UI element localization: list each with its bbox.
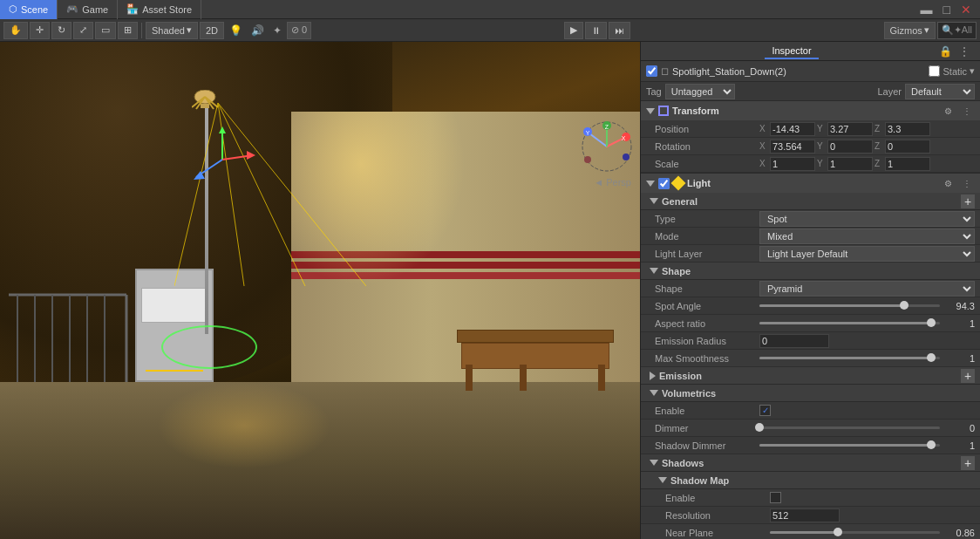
vol-enable-row: Enable [641, 402, 980, 420]
hand-tool[interactable]: ✋ [3, 22, 28, 39]
shape-dropdown[interactable]: Pyramid [759, 281, 975, 297]
light-layer-dropdown[interactable]: Light Layer Default [759, 246, 975, 262]
static-checkbox[interactable] [929, 65, 940, 77]
emission-add-btn[interactable]: + [961, 369, 975, 383]
svg-point-34 [584, 156, 591, 163]
inspector-lock-btn[interactable]: 🔒 [936, 43, 956, 60]
2d-toggle[interactable]: 2D [200, 22, 224, 39]
shadow-dimmer-row: Shadow Dimmer 1 [641, 437, 980, 454]
toolbar: ✋ ✛ ↻ ⤢ ▭ ⊞ Shaded ▾ 2D 💡 🔊 ✦ ⊘ 0 ▶ ⏸ ⏭ … [0, 19, 980, 42]
near-plane-row: Near Plane 0.86 [641, 524, 980, 539]
inspector-menu-btn[interactable]: ⋮ [956, 43, 973, 60]
shadow-map-enable-checkbox[interactable] [770, 492, 781, 503]
search-area: 🔍 ✦All [937, 22, 977, 39]
shadow-map-enable-label: Enable [665, 493, 770, 503]
multi-tool[interactable]: ⊞ [118, 22, 138, 39]
shape-sub-header[interactable]: Shape [641, 263, 980, 280]
mode-dropdown[interactable]: Mixed [759, 229, 975, 244]
collapse-btn[interactable]: ▬ [917, 1, 936, 18]
light-settings-btn[interactable]: ⚙ [941, 174, 956, 192]
search-icon: 🔍 [942, 24, 954, 36]
mode-label: Mode [655, 231, 759, 242]
layer-dropdown[interactable]: Default [905, 84, 975, 99]
light-header[interactable]: Light ⚙ ⋮ [641, 174, 980, 193]
floor [0, 382, 640, 539]
scale-y-input[interactable] [827, 157, 873, 171]
light-icon-btn[interactable]: 💡 [226, 22, 246, 39]
svg-text:Y: Y [586, 130, 590, 136]
obj-enable-checkbox[interactable] [646, 65, 657, 77]
shadows-title: Shadows [662, 458, 957, 468]
mode-row: Mode Mixed [641, 228, 980, 245]
pause-btn[interactable]: ⏸ [585, 22, 607, 39]
step-btn[interactable]: ⏭ [609, 22, 630, 39]
menu-scene[interactable]: ⬡ Scene [0, 0, 58, 19]
max-smoothness-value: 1 [943, 353, 975, 364]
shadow-map-sub-header[interactable]: Shadow Map [641, 472, 980, 489]
scene-gizmo[interactable]: X Y Z [581, 120, 633, 173]
game-icon: 🎮 [66, 3, 78, 15]
transform-header[interactable]: Transform ⚙ ⋮ [641, 101, 980, 120]
dimmer-label: Dimmer [655, 423, 759, 433]
inspector-tab[interactable]: Inspector [765, 44, 818, 59]
shading-dropdown[interactable]: Shaded ▾ [146, 22, 198, 39]
rot-y-input[interactable] [827, 140, 873, 154]
shape-label: Shape [655, 283, 759, 294]
tag-layer-row: Tag Untagged Layer Default [641, 82, 980, 101]
audio-icon-btn[interactable]: 🔊 [248, 22, 268, 39]
emission-title: Emission [659, 371, 957, 381]
general-add-btn[interactable]: + [961, 194, 975, 208]
resolution-input[interactable] [770, 508, 840, 522]
transform-more-btn[interactable]: ⋮ [959, 102, 975, 119]
spot-angle-label: Spot Angle [655, 301, 759, 311]
rot-x-input[interactable] [770, 140, 815, 154]
transform-gizmo [187, 125, 257, 196]
shadow-dimmer-label: Shadow Dimmer [655, 440, 759, 451]
shape-row: Shape Pyramid [641, 280, 980, 297]
type-dropdown[interactable]: Spot [759, 211, 975, 227]
vol-enable-label: Enable [655, 406, 759, 416]
effects-icon-btn[interactable]: ✦ [269, 22, 285, 39]
obj-icon: ◻ [661, 65, 669, 77]
light-title: Light [687, 178, 937, 188]
scale-z-input[interactable] [885, 157, 930, 171]
emission-sub-header[interactable]: Emission + [641, 367, 980, 385]
dimmer-row: Dimmer 0 [641, 420, 980, 437]
play-btn[interactable]: ▶ [564, 22, 583, 39]
light-enable-checkbox[interactable] [658, 178, 670, 189]
shadows-add-btn[interactable]: + [961, 456, 975, 470]
transform-settings-btn[interactable]: ⚙ [941, 102, 956, 119]
rect-tool[interactable]: ▭ [95, 22, 116, 39]
gizmos-btn[interactable]: Gizmos ▾ [884, 22, 936, 39]
svg-marker-19 [219, 126, 226, 133]
pos-x-input[interactable] [770, 122, 815, 136]
maximize-btn[interactable]: □ [940, 1, 954, 18]
position-row: Position X Y Z [641, 120, 980, 138]
move-tool[interactable]: ✛ [30, 22, 50, 39]
near-plane-label: Near Plane [665, 528, 770, 538]
light-more-btn[interactable]: ⋮ [959, 174, 975, 192]
pos-y-input[interactable] [827, 122, 873, 136]
asset-store-icon: 🏪 [126, 3, 139, 15]
volumetrics-sub-header[interactable]: Volumetrics [641, 385, 980, 402]
menu-asset-store[interactable]: 🏪 Asset Store [118, 0, 201, 19]
emission-radius-input[interactable] [759, 334, 829, 348]
rotate-tool[interactable]: ↻ [51, 22, 71, 39]
vol-enable-checkbox[interactable] [759, 405, 771, 416]
menu-game[interactable]: 🎮 Game [58, 0, 118, 19]
max-smoothness-row: Max Smoothness 1 [641, 350, 980, 367]
scale-tool[interactable]: ⤢ [73, 22, 93, 39]
general-collapse-icon [650, 198, 658, 204]
general-sub-header[interactable]: General + [641, 193, 980, 210]
shape-title: Shape [662, 266, 975, 276]
inspector-content: ◻ Spotlight_Station_Down(2) Static ▾ Tag… [641, 61, 980, 539]
pos-z-input[interactable] [885, 122, 930, 136]
svg-marker-21 [247, 151, 255, 160]
rot-z-input[interactable] [885, 140, 930, 154]
scale-x-input[interactable] [770, 157, 815, 171]
close-btn[interactable]: ✕ [957, 1, 975, 18]
scene-viewport[interactable]: X Y Z ◄ Persp [0, 42, 640, 539]
tag-dropdown[interactable]: Untagged [665, 84, 735, 99]
shadows-sub-header[interactable]: Shadows + [641, 454, 980, 472]
light-section: Light ⚙ ⋮ General + Type Spot [641, 174, 980, 539]
